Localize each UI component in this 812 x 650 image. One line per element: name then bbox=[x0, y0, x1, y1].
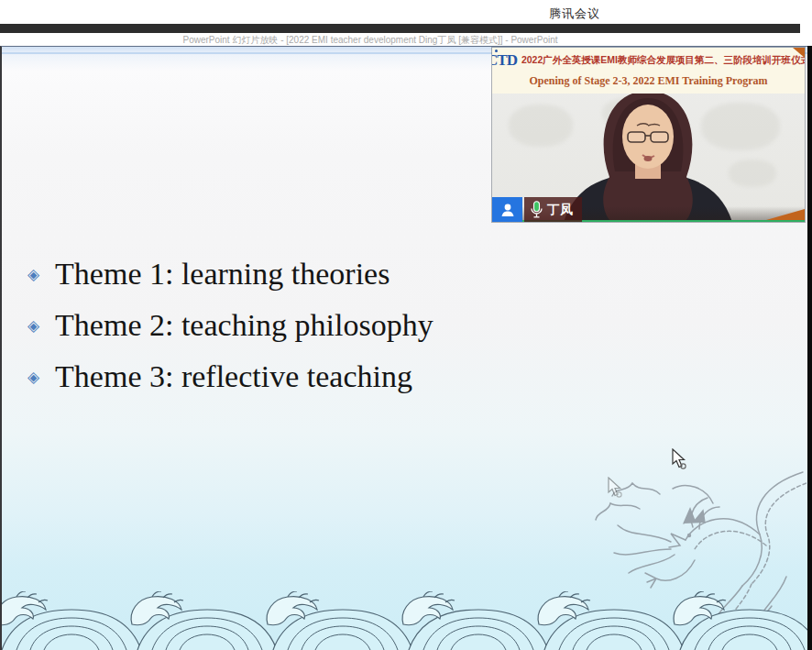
diamond-bullet-icon: ◈ bbox=[27, 369, 39, 385]
avatar[interactable] bbox=[492, 197, 522, 222]
screen: 腾讯会议 PowerPoint 幻灯片放映 - [2022 EMI teache… bbox=[0, 0, 812, 650]
diamond-bullet-icon: ◈ bbox=[27, 267, 39, 282]
microphone-active-icon bbox=[531, 201, 543, 218]
meeting-title: 腾讯会议 bbox=[549, 6, 600, 22]
banner-title-cn: 2022广外全英授课EMI教师综合发展项目第二、三阶段培训开班仪式 bbox=[521, 54, 805, 67]
ppt-titlebar[interactable]: PowerPoint 幻灯片放映 - [2022 EMI teacher dev… bbox=[0, 33, 812, 46]
bullet-text: Theme 1: learning theories bbox=[55, 257, 390, 292]
banner-title-en: Opening of Stage 2-3, 2022 EMI Training … bbox=[529, 74, 767, 88]
mouse-cursor-ghost bbox=[608, 477, 623, 499]
diamond-bullet-icon: ◈ bbox=[27, 318, 39, 334]
list-item: ◈ Theme 1: learning theories bbox=[27, 248, 433, 300]
meeting-titlebar[interactable]: 腾讯会议 bbox=[0, 0, 812, 24]
mouse-cursor bbox=[672, 448, 687, 470]
list-item: ◈ Theme 2: teaching philosophy bbox=[27, 300, 433, 351]
ppt-window-title: PowerPoint 幻灯片放映 - [2022 EMI teacher dev… bbox=[182, 34, 557, 47]
participant-video-tile[interactable]: CTD 2022广外全英授课EMI教师综合发展项目第二、三阶段培训开班仪式 Op… bbox=[492, 48, 805, 222]
bullet-text: Theme 2: teaching philosophy bbox=[55, 308, 433, 343]
bullet-list: ◈ Theme 1: learning theories ◈ Theme 2: … bbox=[27, 248, 433, 402]
bullet-text: Theme 3: reflective teaching bbox=[55, 359, 412, 394]
user-avatar-icon bbox=[499, 202, 516, 218]
participant-name-bar: 丁凤 bbox=[492, 197, 582, 222]
titlebar-divider bbox=[0, 24, 800, 33]
name-label: 丁凤 bbox=[524, 197, 582, 222]
ctd-logo: CTD bbox=[492, 51, 517, 70]
list-item: ◈ Theme 3: reflective teaching bbox=[27, 351, 433, 402]
participant-name: 丁凤 bbox=[547, 202, 574, 218]
wave-border-ornament bbox=[2, 591, 812, 650]
screen-edge-strip bbox=[807, 46, 812, 650]
video-banner: CTD 2022广外全英授课EMI教师综合发展项目第二、三阶段培训开班仪式 Op… bbox=[492, 48, 805, 94]
